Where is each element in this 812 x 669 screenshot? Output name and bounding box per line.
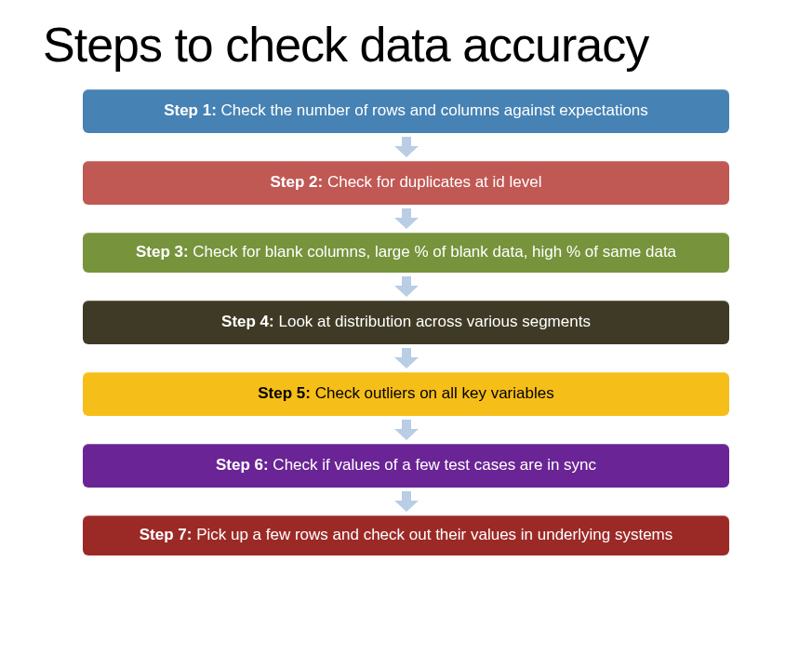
step-text: Look at distribution across various segm…	[274, 313, 591, 330]
step-label: Step 7:	[140, 526, 193, 543]
step-5: Step 5: Check outliers on all key variab…	[83, 372, 729, 416]
step-text: Check outliers on all key variables	[311, 384, 554, 402]
step-7: Step 7: Pick up a few rows and check out…	[83, 515, 729, 555]
arrow-down-icon	[394, 208, 419, 229]
step-label: Step 5:	[258, 384, 311, 402]
arrow-down-icon	[394, 420, 419, 440]
step-text: Check for blank columns, large % of blan…	[189, 243, 676, 261]
arrow-down-icon	[394, 276, 419, 297]
step-label: Step 1:	[164, 101, 217, 119]
step-6: Step 6: Check if values of a few test ca…	[83, 444, 729, 488]
arrow-down-icon	[394, 491, 419, 512]
step-label: Step 4:	[221, 313, 274, 330]
arrow-down-icon	[394, 137, 419, 157]
step-text: Check if values of a few test cases are …	[269, 456, 596, 474]
step-text: Check the number of rows and columns aga…	[217, 101, 648, 119]
step-2: Step 2: Check for duplicates at id level	[83, 161, 729, 205]
step-label: Step 3:	[136, 243, 189, 261]
step-label: Step 2:	[271, 173, 324, 191]
step-label: Step 6:	[216, 456, 269, 474]
step-1: Step 1: Check the number of rows and col…	[83, 89, 729, 133]
flow-container: Step 1: Check the number of rows and col…	[83, 89, 729, 555]
step-3: Step 3: Check for blank columns, large %…	[83, 233, 729, 273]
page-title: Steps to check data accuracy	[0, 0, 812, 89]
step-text: Pick up a few rows and check out their v…	[192, 526, 672, 543]
step-text: Check for duplicates at id level	[323, 173, 541, 191]
arrow-down-icon	[394, 348, 419, 368]
step-4: Step 4: Look at distribution across vari…	[83, 301, 729, 344]
